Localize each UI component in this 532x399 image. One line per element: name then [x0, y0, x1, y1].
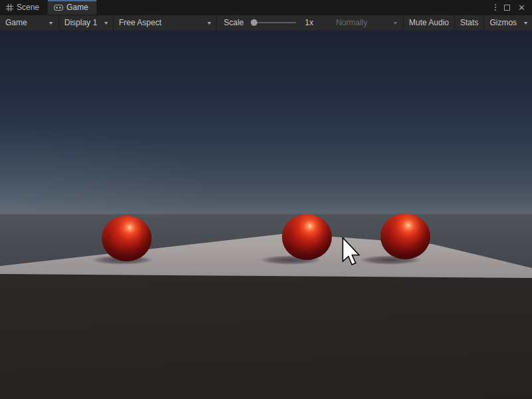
- scale-slider-track[interactable]: [257, 22, 296, 23]
- chevron-down-icon: ▼: [392, 21, 398, 25]
- tab-bar: Scene Game ✕: [0, 0, 532, 15]
- chevron-down-icon: ▼: [103, 21, 109, 25]
- window-controls: ✕: [495, 0, 532, 15]
- chevron-down-icon: ▼: [205, 21, 211, 25]
- game-view-popup-label: Game: [5, 18, 27, 27]
- mute-audio-label: Mute Audio: [409, 18, 449, 27]
- scale-slider[interactable]: [251, 19, 296, 26]
- aspect-ratio-selector[interactable]: Free Aspect ▼: [114, 15, 217, 30]
- maximize-icon[interactable]: [504, 5, 510, 11]
- game-view-toolbar: Game ▼ Display 1 ▼ Free Aspect ▼ Scale 1…: [0, 15, 532, 30]
- scale-label: Scale: [223, 18, 243, 27]
- close-icon[interactable]: ✕: [518, 3, 525, 12]
- red-sphere-right: [380, 213, 430, 259]
- kebab-menu-icon[interactable]: [495, 4, 496, 11]
- scale-slider-knob[interactable]: [251, 19, 257, 26]
- tab-game-label: Game: [66, 3, 88, 12]
- stats-label: Stats: [460, 18, 478, 27]
- gizmos-label: Gizmos: [489, 18, 517, 27]
- tab-scene[interactable]: Scene: [0, 0, 48, 15]
- gamepad-icon: [54, 5, 63, 11]
- display-selector[interactable]: Display 1 ▼: [59, 15, 114, 30]
- toolbar-spacer: [320, 15, 331, 30]
- play-mode-label: Normally: [336, 18, 367, 27]
- aspect-ratio-label: Free Aspect: [119, 18, 162, 27]
- red-sphere-middle: [282, 214, 332, 260]
- tab-scene-label: Scene: [17, 3, 39, 12]
- chevron-down-icon: ▼: [523, 21, 529, 25]
- game-viewport[interactable]: [0, 30, 532, 399]
- red-sphere-left: [102, 215, 152, 261]
- tab-game[interactable]: Game: [48, 0, 96, 15]
- mouse-cursor-icon: [342, 237, 360, 267]
- stats-button[interactable]: Stats: [455, 15, 484, 30]
- mute-audio-button[interactable]: Mute Audio: [404, 15, 455, 30]
- grid-icon: [6, 4, 13, 11]
- unity-editor-window: Scene Game ✕ Game ▼ Display 1 ▼: [0, 0, 532, 399]
- chevron-down-icon: ▼: [48, 21, 54, 25]
- game-view-popup[interactable]: Game ▼: [0, 15, 59, 30]
- scale-value: 1x: [305, 18, 314, 27]
- display-selector-label: Display 1: [65, 18, 97, 27]
- sky-glow: [0, 123, 226, 216]
- gizmos-dropdown[interactable]: Gizmos ▼: [484, 15, 532, 30]
- play-mode-dropdown[interactable]: Normally ▼: [331, 15, 404, 30]
- scale-control: Scale 1x: [217, 15, 320, 30]
